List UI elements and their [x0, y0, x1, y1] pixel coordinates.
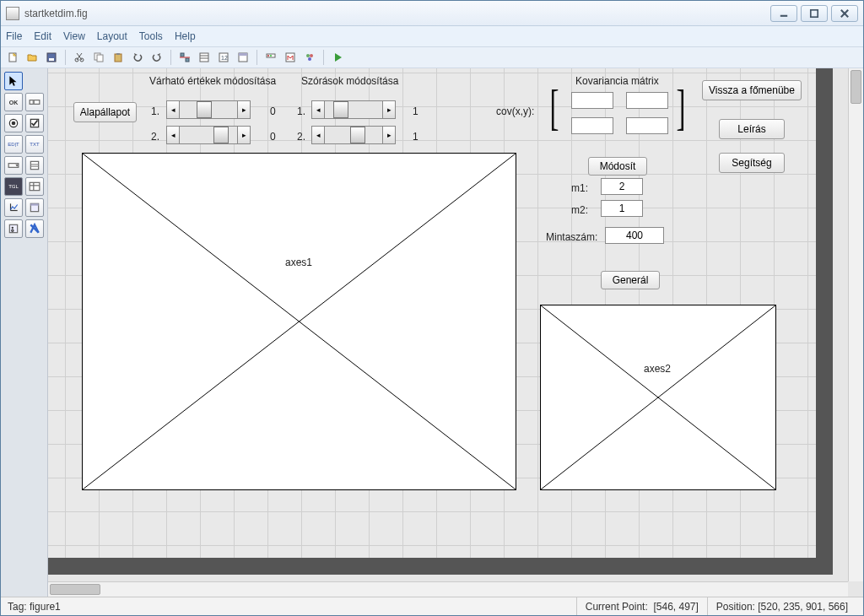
canvas-edge-right — [816, 68, 833, 575]
std-slider-1[interactable]: ◂▸ — [311, 100, 396, 119]
editor-icon[interactable] — [301, 49, 318, 66]
svg-point-49 — [12, 227, 14, 229]
run-icon[interactable] — [329, 49, 346, 66]
close-button[interactable] — [831, 5, 858, 22]
edit-tool-icon[interactable]: ED|T — [4, 135, 23, 154]
help-button[interactable]: Segítség — [719, 153, 785, 173]
sample-input[interactable]: 400 — [605, 227, 664, 244]
current-point-value: [546, 497] — [653, 601, 698, 613]
std-val-2: 1 — [413, 131, 418, 143]
cut-icon[interactable] — [71, 49, 88, 66]
scrollbar-thumb[interactable] — [50, 584, 100, 595]
exp-slider-1[interactable]: ◂▸ — [166, 100, 251, 119]
listbox-tool-icon[interactable] — [25, 156, 44, 175]
paste-icon[interactable] — [110, 49, 127, 66]
menu-layout[interactable]: Layout — [97, 30, 127, 42]
svg-rect-41 — [30, 182, 40, 190]
tag-label: Tag: — [8, 601, 27, 613]
design-canvas[interactable]: Alapállapot Várható értékek módosítása 1… — [48, 68, 833, 575]
bracket-left-icon: [ — [549, 78, 559, 137]
std-slider-2[interactable]: ◂▸ — [311, 126, 396, 144]
axes2-placeholder[interactable]: axes2 — [540, 305, 776, 490]
exp-val-2: 0 — [270, 131, 276, 143]
align-icon[interactable] — [176, 49, 193, 66]
generate-button[interactable]: Generál — [601, 271, 660, 289]
exp-slider-2[interactable]: ◂▸ — [166, 126, 251, 144]
toolbar-editor-icon[interactable] — [262, 49, 279, 66]
tag-value: figure1 — [30, 601, 61, 613]
vertical-scrollbar[interactable] — [848, 68, 863, 581]
undo-icon[interactable] — [129, 49, 146, 66]
slider-tool-icon[interactable] — [25, 93, 44, 111]
props-icon[interactable] — [196, 49, 213, 66]
maximize-button[interactable] — [801, 5, 828, 22]
checkbox-tool-icon[interactable] — [25, 114, 44, 132]
bracket-right-icon: ] — [676, 78, 685, 137]
scrollbar-thumb[interactable] — [850, 70, 861, 104]
menu-tools[interactable]: Tools — [139, 30, 163, 42]
svg-rect-13 — [115, 54, 122, 62]
statusbar: Tag: figure1 Current Point: [546, 497] P… — [1, 597, 863, 615]
svg-rect-38 — [30, 161, 38, 169]
content-area: OK ED|T TXT TGL — [1, 68, 863, 597]
svg-rect-16 — [186, 58, 189, 62]
m1-input[interactable]: 2 — [601, 178, 643, 195]
menu-view[interactable]: View — [63, 30, 85, 42]
cov-21-input[interactable] — [571, 117, 613, 134]
svg-rect-47 — [30, 203, 38, 205]
modify-button[interactable]: Módosít — [588, 157, 647, 176]
text-tool-icon[interactable]: TXT — [25, 135, 44, 154]
canvas-viewport: Alapállapot Várható értékek módosítása 1… — [48, 68, 863, 597]
table-tool-icon[interactable] — [25, 177, 44, 196]
pointer-icon[interactable] — [4, 72, 23, 90]
radio-tool-icon[interactable] — [4, 114, 23, 132]
svg-rect-14 — [116, 53, 120, 55]
exp-val-1: 0 — [270, 105, 276, 117]
svg-point-35 — [12, 122, 16, 126]
cov-11-input[interactable] — [571, 92, 613, 109]
cov-title: Kovariancia mátrix — [575, 75, 659, 87]
menu-editor-icon[interactable] — [235, 49, 251, 66]
pushbutton-tool-icon[interactable]: OK — [4, 93, 23, 111]
svg-rect-6 — [49, 58, 54, 61]
back-button[interactable]: Vissza a főmenübe — [702, 80, 802, 100]
menu-file[interactable]: File — [6, 30, 22, 42]
cov-label: cov(x,y): — [496, 105, 534, 117]
axes-tool-icon[interactable] — [4, 198, 23, 217]
svg-rect-15 — [181, 53, 184, 57]
activex-tool-icon[interactable] — [25, 219, 44, 238]
titlebar: startketdim.fig — [1, 1, 863, 26]
axes1-placeholder[interactable]: axes1 — [82, 153, 516, 490]
tab-order-icon[interactable]: 12 — [215, 49, 232, 66]
open-icon[interactable] — [24, 49, 40, 66]
sample-label: Mintaszám: — [546, 231, 597, 243]
toggle-tool-icon[interactable]: TGL — [4, 177, 23, 196]
menu-edit[interactable]: Edit — [34, 30, 51, 42]
m2-input[interactable]: 1 — [601, 200, 643, 217]
popup-tool-icon[interactable] — [4, 156, 23, 175]
redo-icon[interactable] — [148, 49, 165, 66]
new-file-icon[interactable] — [4, 49, 21, 66]
buttongroup-tool-icon[interactable] — [4, 219, 23, 238]
svg-point-30 — [310, 54, 313, 57]
std-row2-label: 2. — [297, 131, 305, 143]
svg-rect-12 — [97, 55, 103, 62]
panel-tool-icon[interactable] — [25, 198, 44, 217]
minimize-button[interactable] — [770, 5, 797, 22]
current-point-label: Current Point: — [586, 601, 648, 613]
menu-help[interactable]: Help — [175, 30, 196, 42]
svg-rect-24 — [239, 53, 247, 56]
default-button[interactable]: Alapállapot — [73, 102, 137, 122]
m2-label: m2: — [571, 204, 588, 216]
mcode-icon[interactable] — [282, 49, 299, 66]
cov-12-input[interactable] — [626, 92, 668, 109]
horizontal-scrollbar[interactable] — [48, 581, 848, 597]
svg-rect-1 — [811, 9, 818, 16]
svg-text:12: 12 — [221, 55, 228, 61]
cov-22-input[interactable] — [626, 117, 668, 134]
copy-icon[interactable] — [90, 49, 107, 66]
desc-button[interactable]: Leírás — [719, 119, 785, 139]
svg-rect-33 — [33, 100, 35, 105]
m1-label: m1: — [571, 182, 588, 194]
save-icon[interactable] — [43, 49, 60, 66]
